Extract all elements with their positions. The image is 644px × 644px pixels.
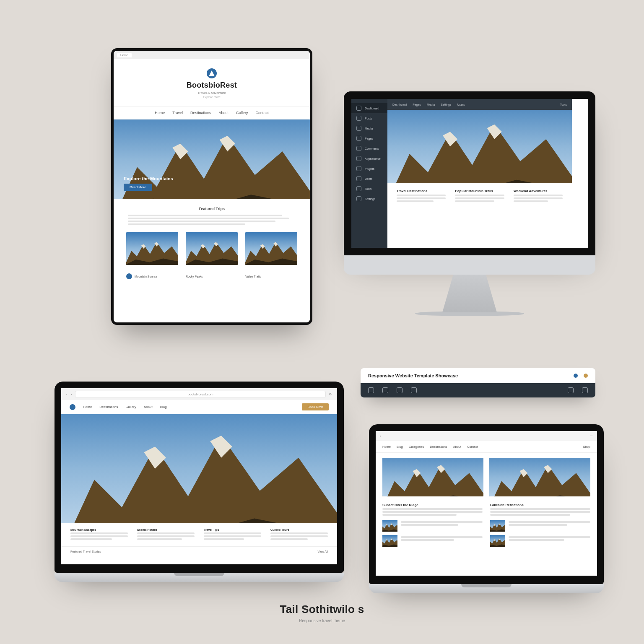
nav-link[interactable]: Destinations <box>99 405 118 409</box>
thumbnail-card[interactable] <box>186 232 238 265</box>
feature-column: Mountain Escapes <box>70 528 128 541</box>
address-bar[interactable]: bootsbiorest.com <box>75 391 326 398</box>
nav-link[interactable]: Home <box>155 111 165 115</box>
topbar-link[interactable]: Dashboard <box>392 103 407 106</box>
topbar-link[interactable]: Pages <box>413 103 421 106</box>
back-icon[interactable]: ‹ <box>380 435 381 438</box>
feature-card[interactable]: Popular Mountain Trails <box>455 189 504 203</box>
macbook-left-mockup: ‹ › bootsbiorest.com ⟳ Home Destinations… <box>55 382 344 582</box>
sidebar-item[interactable]: Dashboard <box>351 103 387 113</box>
feature-column: Travel Tips <box>204 528 261 541</box>
list-item[interactable] <box>382 520 483 532</box>
thumbnail-card[interactable] <box>126 232 178 265</box>
search-icon[interactable] <box>568 387 574 393</box>
macbook-right-mockup: ‹ ⋯ Home Blog Categories Destinations Ab… <box>369 424 604 593</box>
menu-icon[interactable]: ⋯ <box>590 434 593 438</box>
nav-link[interactable]: Categories <box>409 445 424 449</box>
list-item[interactable] <box>490 535 590 547</box>
tools-icon <box>356 186 361 191</box>
feature-card[interactable]: Weekend Adventures <box>514 189 563 203</box>
caption-sub: Responsive travel theme <box>0 618 644 623</box>
sidebar-item[interactable]: Plugins <box>351 164 387 174</box>
sidebar-item[interactable]: Users <box>351 174 387 184</box>
sidebar-item[interactable]: Settings <box>351 194 387 204</box>
post-image[interactable] <box>382 458 483 496</box>
post-title[interactable]: Lakeside Reflections <box>490 503 590 507</box>
sidebar-item[interactable]: Pages <box>351 133 387 143</box>
caption-title: Tail Sothitwilo s <box>0 603 644 616</box>
nav-link[interactable]: Gallery <box>125 405 136 409</box>
site-nav: Home Destinations Gallery About Blog Boo… <box>61 400 337 414</box>
section-paragraph <box>114 213 310 226</box>
media-icon <box>356 126 361 131</box>
image-icon[interactable] <box>397 387 402 393</box>
nav-link[interactable]: Blog <box>397 445 403 449</box>
footer-link[interactable]: View All <box>318 550 328 553</box>
appearance-icon <box>356 156 361 161</box>
nav-link[interactable]: Blog <box>160 405 167 409</box>
user-icon[interactable] <box>582 387 588 393</box>
topbar-link[interactable]: Users <box>457 103 465 106</box>
nav-link[interactable]: Travel <box>172 111 183 115</box>
topbar-link[interactable]: Media <box>427 103 435 106</box>
posts-icon <box>356 116 361 121</box>
admin-sidebar: Dashboard Posts Media Pages Comments App… <box>351 99 387 248</box>
cta-button[interactable]: Book Now <box>302 403 329 410</box>
status-dot-icon <box>574 374 578 378</box>
hero-image: Explore the Mountains Read More <box>114 119 310 199</box>
card-title: Popular Mountain Trails <box>455 189 504 193</box>
home-icon[interactable] <box>368 387 374 393</box>
nav-link[interactable]: Shop <box>583 445 590 449</box>
users-icon <box>356 176 361 181</box>
browser-chrome: Home <box>114 51 310 59</box>
post-title[interactable]: Sunset Over the Ridge <box>382 503 483 507</box>
browser-toolbar: ‹ ⋯ <box>376 431 597 441</box>
settings-icon <box>356 196 361 201</box>
gear-icon[interactable] <box>411 387 417 393</box>
hero-cta-button[interactable]: Read More <box>124 184 152 191</box>
sidebar-item[interactable]: Media <box>351 123 387 133</box>
nav-link[interactable]: Destinations <box>190 111 211 115</box>
page-caption: Tail Sothitwilo s Responsive travel them… <box>0 603 644 623</box>
sidebar-item[interactable]: Tools <box>351 184 387 194</box>
post-image[interactable] <box>489 458 590 496</box>
topbar-link[interactable]: Tools <box>560 103 567 106</box>
list-item[interactable] <box>490 520 590 532</box>
nav-link[interactable]: Home <box>83 405 92 409</box>
forward-icon[interactable]: › <box>71 392 72 396</box>
scrollbar-gutter[interactable] <box>572 99 588 248</box>
section-footer: Featured Travel Stories View All <box>61 546 337 556</box>
sidebar-item[interactable]: Appearance <box>351 153 387 164</box>
nav-link[interactable]: Contact <box>467 445 478 449</box>
imac-mockup: Dashboard Posts Media Pages Comments App… <box>344 91 595 316</box>
grid-icon[interactable] <box>382 387 388 393</box>
list-item[interactable] <box>382 535 483 547</box>
nav-link[interactable]: Contact <box>256 111 269 115</box>
topbar-link[interactable]: Settings <box>441 103 451 106</box>
nav-link[interactable]: Home <box>382 445 391 449</box>
header-widget: Responsive Website Template Showcase <box>361 368 595 397</box>
brand-header: BootsbioRest Travel & Adventure Explore … <box>114 59 310 102</box>
reload-icon[interactable]: ⟳ <box>329 392 332 396</box>
nav-link[interactable]: About <box>144 405 153 409</box>
card-title: Travel Destinations <box>397 189 446 193</box>
back-icon[interactable]: ‹ <box>66 392 68 396</box>
nav-link[interactable]: Gallery <box>236 111 248 115</box>
sidebar-item[interactable]: Posts <box>351 113 387 123</box>
browser-tab[interactable]: Home <box>117 53 132 57</box>
comments-icon <box>356 146 361 151</box>
nav-link[interactable]: About <box>219 111 229 115</box>
feature-card[interactable]: Travel Destinations <box>397 189 446 203</box>
feature-column: Guided Tours <box>270 528 328 541</box>
brand-name: BootsbioRest <box>187 81 237 90</box>
sidebar-item[interactable]: Comments <box>351 143 387 153</box>
nav-link[interactable]: Destinations <box>430 445 447 449</box>
browser-toolbar: ‹ › bootsbiorest.com ⟳ <box>61 388 337 400</box>
admin-topbar: Dashboard Pages Media Settings Users Too… <box>387 99 572 110</box>
nav-link[interactable]: About <box>453 445 462 449</box>
hero-title: Explore the Mountains <box>124 176 173 181</box>
thumbnail-card[interactable] <box>245 232 297 265</box>
site-logo-icon[interactable] <box>70 404 75 410</box>
card-title: Weekend Adventures <box>514 189 563 193</box>
laptop-base <box>369 584 604 593</box>
